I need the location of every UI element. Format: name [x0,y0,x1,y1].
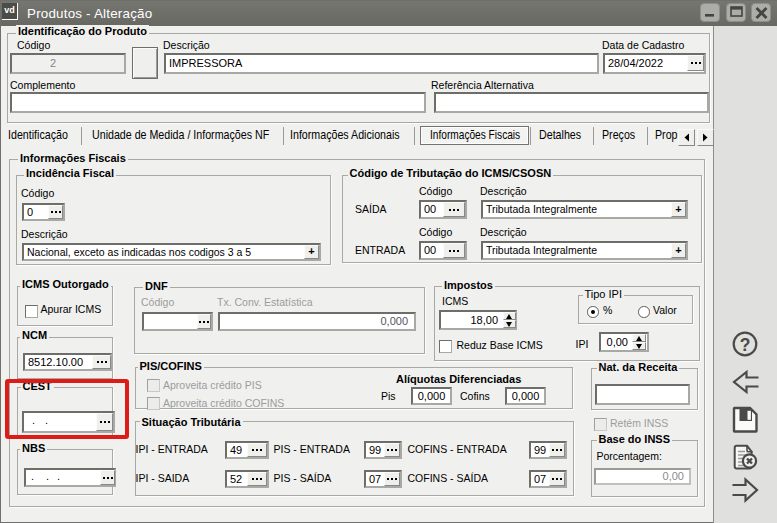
svg-text:?: ? [740,335,751,355]
